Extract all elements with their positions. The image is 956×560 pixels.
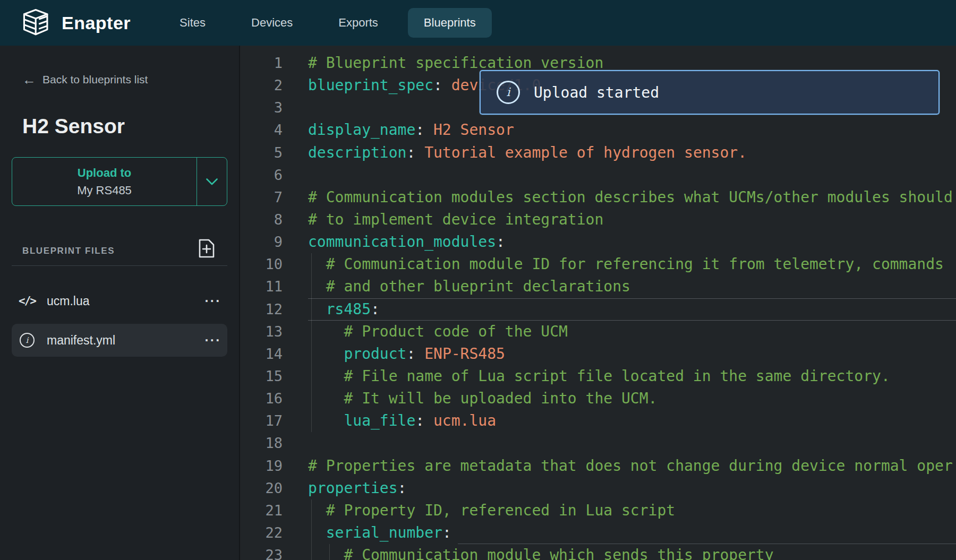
token-plain [308, 345, 344, 363]
indent-guide [311, 321, 312, 343]
arrow-left-icon: ← [22, 74, 36, 85]
file-menu-button[interactable]: ··· [199, 333, 227, 348]
line-number: 11 [240, 275, 283, 298]
token-punct: : [406, 144, 424, 161]
token-punct: : [496, 233, 505, 251]
line-number: 21 [240, 499, 283, 522]
file-row-ucm-lua[interactable]: </>ucm.lua··· [12, 285, 227, 317]
nav-item-devices[interactable]: Devices [235, 8, 309, 38]
sidebar: ← Back to blueprints list H2 Sensor Uplo… [0, 46, 240, 560]
token-key: rs485 [326, 300, 371, 318]
upload-dropdown-button[interactable] [197, 158, 227, 205]
code-content [308, 164, 956, 186]
code-line[interactable]: 13 # Product code of the UCM [240, 321, 956, 343]
code-content: # to implement device integration [308, 209, 956, 231]
code-line[interactable]: 23 # Communication module which sends th… [240, 544, 956, 560]
code-line[interactable]: 18 [240, 432, 956, 454]
token-plain [308, 412, 344, 429]
indent-guide [311, 499, 312, 522]
nav-item-sites[interactable]: Sites [164, 8, 221, 38]
upload-button-line1: Upload to [78, 166, 131, 180]
line-number: 1 [240, 52, 283, 74]
token-comment: # File name of Lua script file located i… [308, 367, 890, 385]
token-comment: # Property ID, referenced in Lua script [308, 502, 675, 519]
indent-guide [311, 544, 312, 560]
code-line[interactable]: 10 # Communication module ID for referen… [240, 253, 956, 275]
nav-item-blueprints[interactable]: Blueprints [408, 8, 492, 38]
line-number: 23 [240, 544, 283, 560]
line-number: 12 [240, 298, 283, 321]
token-value: Tutorial example of hydrogen sensor. [424, 144, 747, 161]
code-line[interactable]: 16 # It will be uploaded into the UCM. [240, 387, 956, 410]
code-line[interactable]: 12 rs485: [240, 298, 956, 321]
add-file-button[interactable] [198, 238, 216, 259]
code-line[interactable]: 14 product: ENP-RS485 [240, 343, 956, 365]
code-line[interactable]: 17 lua_file: ucm.lua [240, 410, 956, 432]
line-number: 18 [240, 432, 283, 454]
file-menu-button[interactable]: ··· [199, 294, 227, 309]
top-navbar: Enapter SitesDevicesExportsBlueprints [0, 0, 956, 46]
code-line[interactable]: 5description: Tutorial example of hydrog… [240, 142, 956, 164]
code-content: properties: [308, 477, 956, 499]
code-content [308, 432, 956, 454]
add-file-icon [198, 238, 215, 259]
chevron-down-icon [206, 178, 218, 185]
code-line[interactable]: 8# to implement device integration [240, 209, 956, 231]
token-punct: : [371, 300, 380, 318]
upload-split-button: Upload to My RS485 [12, 157, 227, 206]
file-row-manifest-yml[interactable]: imanifest.yml··· [12, 324, 227, 357]
code-line[interactable]: 15 # File name of Lua script file locate… [240, 365, 956, 387]
token-key: blueprint_spec [308, 76, 433, 94]
line-number: 2 [240, 74, 283, 97]
code-content: lua_file: ucm.lua [308, 410, 956, 432]
token-comment: # Blueprint specification version [308, 54, 603, 72]
indent-guide [311, 410, 312, 432]
token-value: ENP-RS485 [424, 345, 505, 363]
nav-item-exports[interactable]: Exports [322, 8, 394, 38]
code-line[interactable]: 19# Properties are metadata that does no… [240, 455, 956, 477]
upload-toast[interactable]: i Upload started [480, 70, 940, 115]
indent-guide [329, 544, 330, 560]
back-to-blueprints-link[interactable]: ← Back to blueprints list [22, 73, 148, 86]
toast-message: Upload started [534, 84, 659, 101]
line-number: 20 [240, 477, 283, 499]
code-icon: </> [12, 295, 42, 307]
upload-button[interactable]: Upload to My RS485 [12, 158, 197, 205]
nav-tabs: SitesDevicesExportsBlueprints [164, 8, 492, 38]
page-title: H2 Sensor [22, 115, 125, 138]
blueprint-files-header: BLUEPRINT FILES [22, 246, 115, 256]
token-punct: : [433, 76, 451, 94]
code-editor[interactable]: 1# Blueprint specification version2bluep… [240, 46, 956, 560]
line-number: 13 [240, 321, 283, 343]
indent-guide [311, 522, 312, 544]
code-content: display_name: H2 Sensor [308, 119, 956, 141]
indent-guide [311, 365, 312, 387]
code-line[interactable]: 4display_name: H2 Sensor [240, 119, 956, 141]
code-content: # Communication module which sends this … [308, 544, 956, 560]
brand-logo[interactable]: Enapter [21, 7, 131, 38]
line-number: 3 [240, 97, 283, 119]
code-line[interactable]: 20properties: [240, 477, 956, 499]
line-number: 4 [240, 119, 283, 141]
code-line[interactable]: 22 serial_number: [240, 522, 956, 544]
code-line[interactable]: 6 [240, 164, 956, 186]
token-key: communication_modules [308, 233, 496, 251]
code-line[interactable]: 9communication_modules: [240, 231, 956, 253]
code-content: # Communication module ID for referencin… [308, 253, 956, 275]
enapter-stack-icon [21, 7, 52, 38]
token-punct: : [442, 524, 451, 541]
code-content: communication_modules: [308, 231, 956, 253]
line-number: 17 [240, 410, 283, 432]
token-comment: # and other blueprint declarations [308, 278, 630, 295]
code-line[interactable]: 21 # Property ID, referenced in Lua scri… [240, 499, 956, 522]
token-comment: # to implement device integration [308, 211, 603, 228]
upload-button-line2: My RS485 [77, 184, 132, 197]
info-icon: i [12, 333, 42, 348]
token-key: product [344, 345, 406, 363]
token-key: description [308, 144, 406, 161]
code-content: # Communication modules section describe… [308, 186, 956, 209]
code-line[interactable]: 11 # and other blueprint declarations [240, 275, 956, 298]
code-line[interactable]: 7# Communication modules section describ… [240, 186, 956, 209]
line-number: 14 [240, 343, 283, 365]
indent-guide [311, 387, 312, 410]
